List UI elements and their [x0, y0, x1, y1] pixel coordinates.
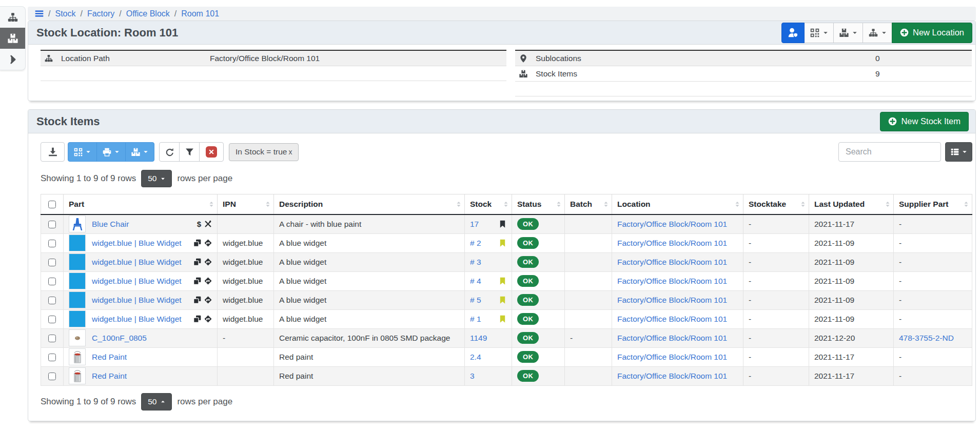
part-thumbnail[interactable]	[69, 216, 86, 232]
part-thumbnail[interactable]	[69, 310, 86, 327]
select-all-header[interactable]	[41, 194, 64, 215]
part-link[interactable]: widget.blue | Blue Widget	[92, 296, 182, 305]
search-input[interactable]	[838, 142, 941, 162]
location-link[interactable]: Factory/Office Block/Room 101	[617, 372, 727, 380]
stock-quantity-link[interactable]: # 4	[470, 277, 481, 286]
sidebar-expand-toggle[interactable]	[0, 49, 25, 70]
column-header-part[interactable]: Part	[64, 194, 218, 215]
part-thumbnail[interactable]	[69, 253, 86, 270]
column-select-button[interactable]	[945, 142, 972, 162]
breadcrumb-link-office-block[interactable]: Office Block	[126, 9, 170, 18]
active-filter-tag[interactable]: In Stock = true x	[229, 143, 299, 161]
refresh-button[interactable]	[159, 142, 180, 162]
remove-filters-button[interactable]	[199, 142, 224, 162]
supplier-part-cell: -	[894, 252, 972, 271]
column-header-status[interactable]: Status	[512, 194, 565, 215]
admin-button[interactable]	[781, 23, 805, 43]
page-size-dropdown[interactable]: 50	[141, 393, 172, 411]
column-header-stock[interactable]: Stock	[465, 194, 512, 215]
menu-toggle-icon[interactable]	[35, 9, 44, 18]
column-header-batch[interactable]: Batch	[565, 194, 612, 215]
stock-quantity-link[interactable]: 17	[470, 220, 479, 229]
part-link[interactable]: widget.blue | Blue Widget	[92, 239, 182, 248]
stock-quantity-link[interactable]: # 1	[470, 315, 481, 324]
part-cell: Red Paint	[64, 347, 218, 366]
stock-quantity-link[interactable]: # 3	[470, 258, 481, 267]
column-header-last-updated[interactable]: Last Updated	[809, 194, 894, 215]
new-location-button[interactable]: New Location	[892, 23, 972, 43]
breadcrumb-separator: /	[48, 9, 50, 18]
part-thumbnail[interactable]	[69, 367, 86, 384]
new-stock-item-button[interactable]: New Stock Item	[880, 112, 969, 131]
row-checkbox[interactable]	[48, 335, 56, 342]
row-checkbox[interactable]	[48, 354, 56, 361]
barcode-actions-button[interactable]	[804, 23, 834, 43]
stock-cell: # 3	[465, 252, 512, 271]
row-checkbox[interactable]	[48, 240, 56, 247]
batch-cell: -	[565, 328, 612, 347]
dollar-icon: $	[197, 220, 201, 228]
row-checkbox[interactable]	[48, 373, 56, 380]
refresh-icon	[165, 148, 174, 157]
stock-options-button[interactable]	[125, 142, 154, 162]
detail-row-empty	[41, 66, 506, 81]
stock-quantity-link[interactable]: 2.4	[470, 353, 481, 362]
part-link[interactable]: C_100nF_0805	[92, 334, 147, 343]
part-link[interactable]: Red Paint	[92, 353, 127, 362]
remove-filter-tag-x[interactable]: x	[288, 148, 292, 156]
location-link[interactable]: Factory/Office Block/Room 101	[617, 315, 727, 323]
row-checkbox[interactable]	[48, 297, 56, 304]
column-header-ipn[interactable]: IPN	[218, 194, 274, 215]
column-header-stocktake[interactable]: Stocktake	[743, 194, 809, 215]
stock-actions-button[interactable]	[833, 23, 863, 43]
print-actions-button[interactable]	[96, 142, 126, 162]
part-link[interactable]: widget.blue | Blue Widget	[92, 277, 182, 286]
location-actions-button[interactable]	[863, 23, 892, 43]
part-link[interactable]: widget.blue | Blue Widget	[92, 315, 182, 324]
stock-quantity-link[interactable]: 3	[470, 372, 475, 381]
table-row: widget.blue | Blue Widgetwidget.blueA bl…	[41, 271, 972, 290]
stock-items-header: Stock Items New Stock Item	[28, 110, 975, 133]
pagination-showing-text: Showing 1 to 9 of 9 rows	[41, 173, 136, 184]
column-header-supplier-part[interactable]: Supplier Part	[894, 194, 972, 215]
row-checkbox[interactable]	[48, 278, 56, 285]
supplier-part-cell: 478-3755-2-ND	[894, 328, 972, 347]
filter-button[interactable]	[179, 142, 200, 162]
page-size-dropdown[interactable]: 50	[141, 170, 172, 187]
part-thumbnail[interactable]	[69, 272, 86, 289]
part-link[interactable]: Red Paint	[92, 372, 127, 381]
sidebar-item-stock[interactable]	[0, 28, 25, 49]
part-thumbnail[interactable]	[69, 329, 86, 346]
location-link[interactable]: Factory/Office Block/Room 101	[617, 334, 727, 342]
part-thumbnail[interactable]	[69, 234, 86, 251]
download-data-button[interactable]	[41, 142, 65, 162]
location-link[interactable]: Factory/Office Block/Room 101	[617, 296, 727, 304]
location-link[interactable]: Factory/Office Block/Room 101	[617, 353, 727, 361]
sidebar-item-location-tree[interactable]	[0, 7, 25, 28]
location-link[interactable]: Factory/Office Block/Room 101	[617, 220, 727, 228]
location-link[interactable]: Factory/Office Block/Room 101	[617, 258, 727, 266]
breadcrumb-link-room-101[interactable]: Room 101	[181, 9, 219, 18]
breadcrumb-link-stock[interactable]: Stock	[55, 9, 75, 18]
column-header-location[interactable]: Location	[612, 194, 743, 215]
stock-quantity-link[interactable]: # 5	[470, 296, 481, 305]
supplier-part-link[interactable]: 478-3755-2-ND	[899, 334, 954, 342]
row-checkbox[interactable]	[48, 316, 56, 323]
part-link[interactable]: Blue Chair	[92, 220, 129, 229]
breadcrumb-link-factory[interactable]: Factory	[87, 9, 114, 18]
part-link[interactable]: widget.blue | Blue Widget	[92, 258, 182, 267]
barcode-actions-button[interactable]	[68, 142, 97, 162]
stock-quantity-link[interactable]: # 2	[470, 239, 481, 248]
column-header-description[interactable]: Description	[274, 194, 465, 215]
stock-quantity-link[interactable]: 1149	[470, 334, 487, 343]
ipn-cell: widget.blue	[218, 252, 274, 271]
row-checkbox[interactable]	[48, 221, 56, 228]
part-thumbnail[interactable]	[69, 348, 86, 365]
part-thumbnail[interactable]	[69, 291, 86, 308]
status-cell: OK	[512, 309, 565, 328]
select-all-checkbox[interactable]	[48, 201, 56, 208]
location-link[interactable]: Factory/Office Block/Room 101	[617, 239, 727, 247]
row-checkbox[interactable]	[48, 259, 56, 266]
location-link[interactable]: Factory/Office Block/Room 101	[617, 277, 727, 285]
status-cell: OK	[512, 271, 565, 290]
